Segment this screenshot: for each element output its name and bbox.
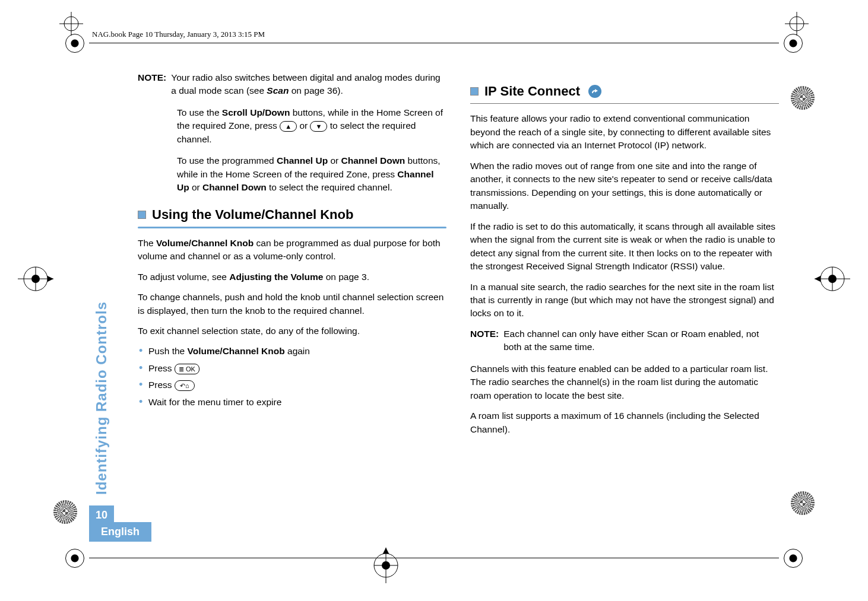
text: To adjust volume, see bbox=[138, 272, 229, 282]
header-rule bbox=[89, 43, 779, 43]
bullet-list: Push the Volume/Channel Knob again Press… bbox=[138, 345, 446, 409]
channel-down-ref: Channel Down bbox=[341, 155, 406, 166]
note-label: NOTE: bbox=[138, 71, 166, 98]
channel-down-ref: Channel Down bbox=[202, 182, 267, 192]
paragraph: Channels with this feature enabled can b… bbox=[470, 362, 779, 402]
text: Press bbox=[148, 380, 175, 390]
section-bullet-icon bbox=[138, 211, 146, 219]
section-label: Identifying Radio Controls bbox=[93, 301, 110, 495]
note-label: NOTE: bbox=[470, 327, 499, 354]
paragraph: If the radio is set to do this automatic… bbox=[470, 220, 779, 274]
paragraph: The Volume/Channel Knob can be programme… bbox=[138, 237, 446, 263]
svg-marker-19 bbox=[383, 548, 389, 554]
striped-circle-bottom-right bbox=[791, 491, 815, 515]
scroll-updown-ref: Scroll Up/Down bbox=[222, 107, 290, 117]
registration-arrow-right bbox=[815, 261, 850, 297]
footer-rule bbox=[89, 558, 779, 558]
text: The bbox=[138, 238, 156, 248]
note-body-1: Your radio also switches between digital… bbox=[171, 71, 446, 98]
ok-key-icon: ≣ OK bbox=[175, 364, 199, 374]
paragraph: To adjust volume, see Adjusting the Volu… bbox=[138, 271, 446, 284]
language-label: English bbox=[89, 522, 151, 542]
svg-marker-9 bbox=[47, 276, 53, 282]
section-bullet-icon bbox=[470, 87, 479, 96]
paragraph: In a manual site search, the radio searc… bbox=[470, 281, 779, 320]
svg-marker-14 bbox=[815, 276, 821, 282]
left-column: NOTE: Your radio also switches between d… bbox=[138, 71, 446, 530]
text: on page 3. bbox=[323, 272, 369, 282]
volume-channel-knob-ref: Volume/Channel Knob bbox=[156, 238, 254, 248]
note-scan-ref: Scan bbox=[267, 85, 289, 96]
section-rule bbox=[470, 103, 779, 104]
note-body-3: To use the programmed Channel Up or Chan… bbox=[177, 154, 446, 194]
note-text: or bbox=[328, 155, 341, 166]
note-block: NOTE: Your radio also switches between d… bbox=[138, 71, 446, 98]
note-body-2: To use the Scroll Up/Down buttons, while… bbox=[177, 106, 446, 146]
channel-up-ref: Channel Up bbox=[277, 155, 328, 166]
registration-arrow-left bbox=[18, 261, 53, 297]
paragraph: To exit channel selection state, do any … bbox=[138, 325, 446, 338]
paragraph: To change channels, push and hold the kn… bbox=[138, 291, 446, 317]
volume-channel-knob-ref: Volume/Channel Knob bbox=[188, 346, 285, 356]
list-item: Wait for the menu timer to expire bbox=[138, 396, 446, 409]
striped-circle-bottom-left bbox=[53, 500, 77, 524]
section-heading-volume-knob: Using the Volume/Channel Knob bbox=[138, 205, 446, 224]
right-column: IP Site Connect This feature allows your… bbox=[470, 71, 779, 530]
adjusting-volume-ref: Adjusting the Volume bbox=[229, 272, 323, 282]
list-item: Press ≣ OK bbox=[138, 362, 446, 375]
text: Push the bbox=[148, 346, 188, 356]
crop-mark-top-left bbox=[59, 12, 83, 36]
footer-language: English bbox=[89, 522, 151, 542]
section-heading-ip-site-connect: IP Site Connect bbox=[470, 82, 779, 101]
note-text: or bbox=[297, 120, 310, 131]
note-body: Each channel can only have either Scan o… bbox=[503, 327, 779, 354]
paragraph: A roam list supports a maximum of 16 cha… bbox=[470, 409, 779, 436]
text: again bbox=[285, 346, 310, 356]
striped-circle-top-right bbox=[791, 86, 815, 110]
note-text: To use the programmed bbox=[177, 155, 277, 166]
page-content: Identifying Radio Controls 10 NOTE: Your… bbox=[89, 71, 779, 530]
crop-mark-top-right bbox=[785, 12, 809, 36]
up-key-icon: ▲ bbox=[280, 121, 297, 132]
note-block: NOTE: Each channel can only have either … bbox=[470, 327, 779, 354]
paragraph: This feature allows your radio to extend… bbox=[470, 112, 779, 152]
paragraph: When the radio moves out of range from o… bbox=[470, 160, 779, 213]
text: Press bbox=[148, 363, 175, 373]
sidebar: Identifying Radio Controls 10 bbox=[89, 71, 114, 530]
note-text: To use the bbox=[177, 107, 222, 117]
down-key-icon: ▼ bbox=[310, 121, 327, 132]
section-title: Using the Volume/Channel Knob bbox=[152, 205, 353, 224]
list-item: Push the Volume/Channel Knob again bbox=[138, 345, 446, 358]
list-item: Press ↶⌂ bbox=[138, 379, 446, 392]
note-text: or bbox=[189, 182, 202, 192]
note-text: on page 36). bbox=[289, 85, 343, 96]
note-text: to select the required channel. bbox=[267, 182, 392, 192]
registration-arrow-bottom bbox=[368, 548, 404, 583]
feature-icon bbox=[588, 85, 601, 98]
back-home-key-icon: ↶⌂ bbox=[175, 380, 195, 391]
header-doc-info: NAG.book Page 10 Thursday, January 3, 20… bbox=[92, 30, 265, 39]
section-title: IP Site Connect bbox=[484, 82, 580, 101]
section-rule bbox=[138, 227, 446, 228]
